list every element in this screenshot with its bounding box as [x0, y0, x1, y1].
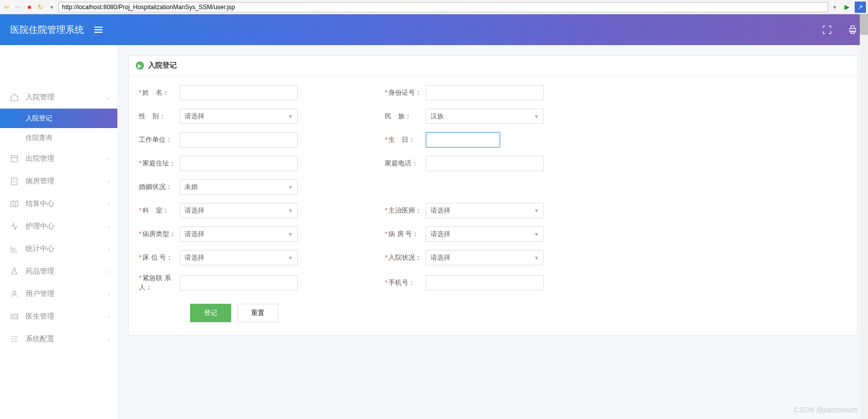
chart-icon	[9, 244, 19, 254]
register-form: *姓 名： *身份证号： 性 别： 请选择 ▼	[129, 76, 857, 335]
sidebar-item-stats[interactable]: 统计中心 ‹	[0, 238, 117, 260]
svg-rect-2	[851, 31, 855, 34]
marriage-select[interactable]: 未婚 ▼	[180, 179, 298, 195]
mobile-label: 手机号：	[388, 279, 415, 286]
dept-select[interactable]: 请选择 ▼	[180, 203, 298, 218]
sidebar-item-doctor[interactable]: 医生管理 ‹	[0, 305, 117, 328]
phone-field[interactable]	[426, 156, 544, 171]
sidebar-item-config[interactable]: 系统配置 ‹	[0, 328, 117, 350]
chevron-left-icon: ‹	[108, 224, 110, 229]
chevron-down-icon: ▼	[288, 208, 293, 214]
chevron-left-icon: ‹	[108, 291, 110, 297]
wardno-select[interactable]: 请选择 ▼	[426, 226, 544, 242]
work-field[interactable]	[180, 132, 298, 148]
discharge-icon	[9, 154, 19, 164]
menu-toggle-icon[interactable]	[94, 27, 102, 33]
sidebar-item-label: 系统配置	[26, 334, 54, 344]
svg-point-5	[13, 291, 16, 294]
go-icon[interactable]: ▶	[841, 2, 853, 13]
chevron-left-icon: ‹	[108, 246, 110, 252]
addr-label: 家庭住址：	[142, 159, 176, 167]
birth-label: 生 日：	[388, 136, 415, 143]
sidebar-sub-query[interactable]: 住院查询	[0, 128, 117, 148]
dropdown-icon[interactable]: ▾	[47, 3, 56, 12]
url-input[interactable]	[58, 2, 828, 12]
sidebar-item-ward[interactable]: 病房管理 ‹	[0, 170, 117, 193]
chevron-down-icon: ▼	[288, 184, 293, 190]
url-history-icon[interactable]: ▾	[830, 3, 839, 12]
sidebar-item-label: 药品管理	[26, 267, 54, 276]
status-select[interactable]: 请选择 ▼	[426, 250, 544, 265]
sidebar-item-label: 医生管理	[26, 312, 54, 321]
activity-icon	[9, 221, 19, 232]
chevron-left-icon: ‹	[108, 179, 110, 184]
chevron-down-icon: ▼	[534, 208, 539, 214]
work-label: 工作单位：	[139, 136, 172, 143]
id-card-icon	[9, 311, 19, 322]
chevron-left-icon: ‹	[108, 156, 110, 162]
external-icon[interactable]: ↗	[855, 2, 866, 13]
chevron-down-icon: ▼	[534, 232, 539, 237]
reset-button[interactable]: 重置	[237, 304, 278, 322]
chevron-down-icon: ▼	[288, 114, 293, 119]
id-label: 身份证号：	[388, 89, 422, 96]
nation-label: 民 族：	[385, 112, 411, 120]
app-title: 医院住院管理系统	[10, 24, 84, 36]
chevron-down-icon: ▼	[288, 255, 293, 261]
birth-field[interactable]	[426, 132, 500, 148]
main-layout: 入院管理 ⌄ 入院登记 住院查询 出院管理 ‹ 病房管理 ‹ 结算中心 ‹	[0, 45, 868, 419]
sidebar-item-admit[interactable]: 入院管理 ⌄	[0, 86, 117, 109]
app-header: 医院住院管理系统	[0, 14, 868, 45]
bedno-select[interactable]: 请选择 ▼	[180, 250, 298, 265]
wardtype-label: 病房类型：	[142, 230, 176, 238]
forward-icon[interactable]: ⇨	[13, 3, 23, 12]
sidebar-item-label: 用户管理	[26, 289, 54, 299]
sidebar-sub-register[interactable]: 入院登记	[0, 109, 117, 128]
sidebar-item-label: 结算中心	[26, 199, 54, 208]
svg-point-7	[12, 316, 14, 318]
name-field[interactable]	[180, 85, 298, 100]
svg-rect-1	[851, 26, 855, 29]
stop-icon[interactable]: ■	[25, 3, 34, 12]
svg-rect-3	[11, 156, 17, 162]
submit-button[interactable]: 登记	[190, 304, 231, 322]
refresh-icon[interactable]: ↻	[36, 3, 45, 12]
mobile-field[interactable]	[426, 275, 544, 290]
dept-label: 科 室：	[142, 206, 169, 214]
content-area: ▶ 入院登记 *姓 名： *身份证号： 性 别：	[118, 45, 868, 419]
name-label: 姓 名：	[142, 89, 169, 96]
gender-select[interactable]: 请选择 ▼	[180, 109, 298, 124]
sidebar-item-label: 入院管理	[26, 93, 54, 102]
register-panel: ▶ 入院登记 *姓 名： *身份证号： 性 别：	[128, 55, 858, 336]
back-icon[interactable]: ⇦	[2, 3, 11, 12]
chevron-left-icon: ‹	[108, 201, 110, 207]
chevron-down-icon: ▼	[534, 114, 539, 119]
panel-header: ▶ 入院登记	[129, 56, 857, 76]
sidebar-item-label: 出院管理	[26, 154, 54, 163]
chevron-left-icon: ‹	[108, 337, 110, 342]
wardtype-select[interactable]: 请选择 ▼	[180, 226, 298, 242]
sidebar-item-drugs[interactable]: 药品管理 ‹	[0, 260, 117, 283]
id-field[interactable]	[426, 85, 544, 100]
sidebar-item-discharge[interactable]: 出院管理 ‹	[0, 148, 117, 170]
fullscreen-icon[interactable]	[822, 25, 832, 35]
addr-field[interactable]	[180, 156, 298, 171]
gender-label: 性 别：	[139, 112, 166, 120]
marriage-label: 婚姻状况：	[139, 183, 172, 191]
doctor-select[interactable]: 请选择 ▼	[426, 203, 544, 218]
flask-icon	[9, 266, 19, 277]
chevron-left-icon: ‹	[108, 314, 110, 320]
scrollbar-thumb[interactable]	[860, 14, 868, 35]
contact-field[interactable]	[180, 275, 298, 290]
sidebar-item-care[interactable]: 护理中心 ‹	[0, 215, 117, 238]
sidebar-item-user[interactable]: 用户管理 ‹	[0, 283, 117, 305]
contact-label: 紧急联 系人：	[139, 274, 171, 291]
sidebar-item-label: 统计中心	[26, 244, 54, 254]
home-icon	[9, 92, 19, 102]
scrollbar[interactable]	[860, 14, 868, 419]
sidebar: 入院管理 ⌄ 入院登记 住院查询 出院管理 ‹ 病房管理 ‹ 结算中心 ‹	[0, 45, 118, 419]
sidebar-item-billing[interactable]: 结算中心 ‹	[0, 193, 117, 215]
sidebar-item-label: 护理中心	[26, 222, 54, 231]
nation-select[interactable]: 汉族 ▼	[426, 109, 544, 124]
printer-icon[interactable]	[848, 25, 858, 35]
